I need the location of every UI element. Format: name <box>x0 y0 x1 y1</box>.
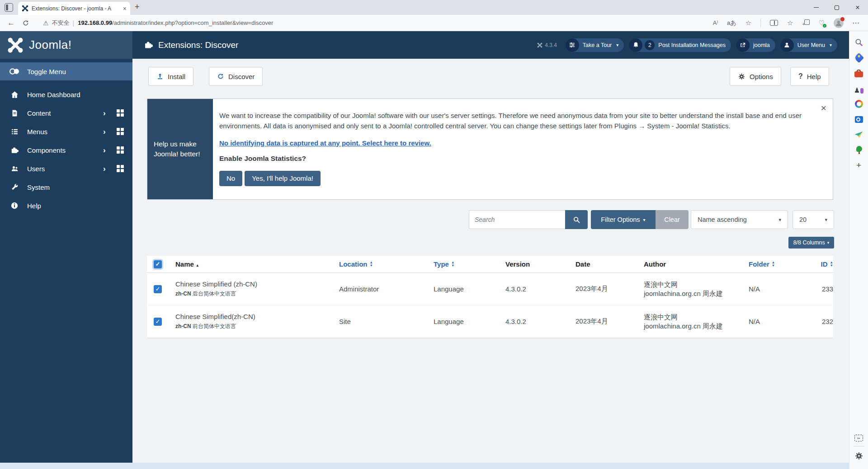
favorites-bar-icon[interactable]: ☆ <box>787 19 793 27</box>
users-icon <box>9 165 20 173</box>
extension-folder: N/A <box>749 285 815 293</box>
chevron-right-icon: › <box>103 165 106 173</box>
view-site-button[interactable]: joomla <box>736 38 775 52</box>
column-header-id[interactable]: ID▲▼ <box>815 260 833 268</box>
question-icon: ? <box>798 72 803 80</box>
dashboard-grid-icon[interactable] <box>117 128 124 135</box>
options-button[interactable]: Options <box>730 67 781 86</box>
filter-bar: Filter Options ▾ Clear Name ascending ▾ … <box>132 210 849 229</box>
filter-options-button[interactable]: Filter Options ▾ <box>591 210 656 229</box>
statistics-review-link[interactable]: No identifying data is captured at any p… <box>219 139 431 147</box>
chevron-right-icon: › <box>103 128 106 136</box>
sort-icon: ▲▼ <box>830 261 833 267</box>
row-checkbox[interactable]: ✓ <box>154 285 162 293</box>
back-icon[interactable]: ← <box>7 19 15 28</box>
statistics-message: We want to increase the compatibility of… <box>219 110 806 131</box>
sidebar-microsoft365-icon[interactable] <box>854 99 864 109</box>
sort-select[interactable]: Name ascending ▾ <box>691 210 788 229</box>
chevron-down-icon: ▾ <box>825 217 827 223</box>
sidebar-games-icon[interactable]: ♟ <box>854 84 864 94</box>
post-installation-messages-button[interactable]: 2 Post Installation Messages <box>629 38 731 52</box>
refresh-icon <box>217 73 224 80</box>
limit-select[interactable]: 20 ▾ <box>793 210 834 229</box>
tab-close-icon[interactable]: × <box>123 5 127 12</box>
dashboard-grid-icon[interactable] <box>117 109 124 117</box>
column-header-type[interactable]: Type▲▼ <box>434 260 505 268</box>
translate-icon[interactable]: aあ <box>727 19 736 27</box>
not-secure-icon: ⚠ <box>43 19 49 27</box>
help-button[interactable]: ? Help <box>790 67 829 86</box>
browser-tab[interactable]: Extensions: Discover - joomla - A × <box>18 2 130 15</box>
search-input[interactable] <box>469 210 565 229</box>
statistics-no-button[interactable]: No <box>219 171 242 186</box>
close-icon[interactable]: × <box>821 103 826 113</box>
column-header-folder[interactable]: Folder▲▼ <box>749 260 815 268</box>
sidebar-separator <box>854 446 864 446</box>
extension-description: zh-CN 前台简体中文语言 <box>175 323 339 330</box>
notification-count-badge: 2 <box>645 40 655 50</box>
collections-icon[interactable]: + <box>802 19 810 27</box>
favorite-star-icon[interactable]: ☆ <box>745 19 751 27</box>
column-header-name[interactable]: Name▲ <box>175 260 339 268</box>
gear-icon <box>738 73 745 80</box>
clear-button[interactable]: Clear <box>656 210 689 229</box>
sidebar-tools-icon[interactable] <box>854 68 864 78</box>
sidebar-item-menus[interactable]: Menus › <box>0 122 132 141</box>
chevron-down-icon: ▾ <box>616 42 618 47</box>
window-close-button[interactable]: × <box>847 0 868 15</box>
sidebar-drop-icon[interactable] <box>854 130 864 140</box>
sidebar-search-icon[interactable] <box>854 38 864 47</box>
joomla-logo[interactable]: Joomla! <box>0 31 132 59</box>
toggle-icon <box>9 68 20 75</box>
extension-description: zh-CN 后台简体中文语言 <box>175 290 339 298</box>
search-button[interactable] <box>565 210 588 229</box>
sidebar-item-help[interactable]: Help <box>0 197 132 215</box>
columns-button[interactable]: 8/8 Columns ▾ <box>788 237 834 249</box>
profile-avatar[interactable] <box>834 18 844 28</box>
chevron-down-icon: ▾ <box>778 217 781 223</box>
sidebar-settings-icon[interactable] <box>854 451 864 461</box>
sidebar-outlook-icon[interactable] <box>854 114 864 124</box>
list-icon <box>9 128 20 136</box>
toolbar-divider <box>760 19 761 27</box>
dashboard-grid-icon[interactable] <box>117 146 124 154</box>
screenshot-icon[interactable]: ✂ <box>854 435 863 441</box>
column-header-location[interactable]: Location▲▼ <box>339 260 434 268</box>
window-minimize-button[interactable] <box>806 0 826 15</box>
security-label[interactable]: 不安全 <box>52 19 70 27</box>
sidebar-item-toggle-menu[interactable]: Toggle Menu <box>0 62 132 80</box>
bell-icon <box>629 38 642 52</box>
read-aloud-icon[interactable]: A) <box>713 19 718 26</box>
split-screen-icon[interactable] <box>770 20 778 26</box>
sidebar-item-content[interactable]: Content › <box>0 104 132 122</box>
extension-author: 逐浪中文网joomlachina.org.cn 周永建 <box>644 280 749 298</box>
discover-button[interactable]: Discover <box>209 67 263 86</box>
sidebar-shopping-icon[interactable] <box>854 53 864 63</box>
user-menu-button[interactable]: User Menu ▾ <box>780 38 837 52</box>
column-header-author: Author <box>644 260 749 268</box>
sidebar-item-home-dashboard[interactable]: Home Dashboard <box>0 85 132 103</box>
sidebar-add-icon[interactable]: + <box>854 160 864 170</box>
address-bar[interactable]: 192.168.0.99/administrator/index.php?opt… <box>78 19 273 26</box>
browser-menu-icon[interactable]: ··· <box>853 19 860 26</box>
extension-id: 233 <box>815 285 833 293</box>
take-a-tour-button[interactable]: Take a Tour ▾ <box>566 38 624 52</box>
sidebar-item-system[interactable]: System <box>0 178 132 196</box>
browser-toolbar: ← ⚠ 不安全 | 192.168.0.99/administrator/ind… <box>0 15 868 31</box>
row-checkbox[interactable]: ✓ <box>154 318 162 326</box>
sidebar-item-users[interactable]: Users › <box>0 159 132 178</box>
tab-actions-icon[interactable] <box>5 3 13 12</box>
sidebar-item-components[interactable]: Components › <box>0 141 132 159</box>
sidebar-grow-icon[interactable] <box>854 145 864 155</box>
extension-name: Chinese Simplified(zh-CN) <box>175 313 339 320</box>
joomla-logo-text: Joomla! <box>29 38 72 52</box>
dashboard-grid-icon[interactable] <box>117 165 124 172</box>
select-all-checkbox[interactable]: ✓ <box>154 260 162 268</box>
new-tab-button[interactable]: + <box>135 2 140 12</box>
refresh-icon[interactable] <box>22 19 29 27</box>
install-button[interactable]: Install <box>148 67 193 86</box>
statistics-question: Enable Joomla Statistics? <box>219 155 806 163</box>
statistics-yes-button[interactable]: Yes, I'll help Joomla! <box>245 171 321 186</box>
browser-essentials-icon[interactable]: ♡✓ <box>819 19 825 27</box>
window-maximize-button[interactable] <box>826 0 847 15</box>
